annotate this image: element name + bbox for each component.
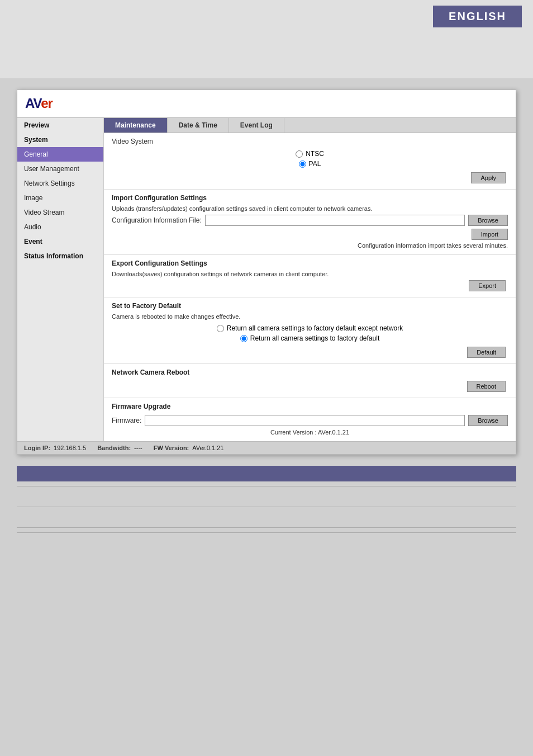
video-system-radios: NTSC PAL	[112, 149, 508, 169]
fw-version-value: AVer.0.1.21	[192, 445, 223, 451]
factory-option2[interactable]: Return all camera settings to factory de…	[240, 334, 379, 342]
reboot-section-title: Network Camera Reboot	[112, 368, 508, 376]
sidebar-item-image[interactable]: Image	[17, 191, 103, 205]
sidebar-item-video-stream[interactable]: Video Stream	[17, 205, 103, 220]
export-section-title: Export Configuration Settings	[112, 259, 508, 267]
import-section: Import Configuration Settings Uploads (t…	[104, 190, 516, 255]
sidebar-item-event[interactable]: Event	[17, 234, 103, 249]
firmware-file-row: Firmware: Browse	[112, 415, 508, 426]
apply-button[interactable]: Apply	[471, 172, 506, 183]
ntsc-label: NTSC	[306, 150, 324, 158]
divider-2	[17, 507, 516, 507]
factory-description: Camera is rebooted to make changes effec…	[112, 313, 508, 320]
browse-button[interactable]: Browse	[468, 215, 508, 226]
fw-version-label: FW Version:	[154, 445, 189, 451]
sidebar: Preview System General User Management N…	[17, 118, 104, 441]
ntsc-option[interactable]: NTSC	[296, 150, 324, 158]
firmware-section: Firmware Upgrade Firmware: Browse Curren…	[104, 398, 516, 441]
ntsc-radio[interactable]	[296, 150, 303, 158]
status-bar: Login IP: 192.168.1.5 Bandwidth: ---- FW…	[17, 441, 516, 454]
sidebar-item-network-settings[interactable]: Network Settings	[17, 176, 103, 191]
login-ip-item: Login IP: 192.168.1.5	[24, 445, 86, 451]
divider-3	[17, 527, 516, 528]
logo-bar: AVer	[17, 90, 516, 118]
bandwidth-item: Bandwidth: ----	[97, 445, 142, 451]
login-ip-label: Login IP:	[24, 445, 50, 451]
factory-radio-2[interactable]	[240, 335, 248, 342]
factory-option1-label: Return all camera settings to factory de…	[227, 324, 403, 332]
firmware-label: Firmware:	[112, 417, 141, 424]
sidebar-item-general[interactable]: General	[17, 147, 103, 162]
language-badge: ENGLISH	[433, 6, 522, 27]
divider-4	[17, 532, 516, 533]
sidebar-item-preview[interactable]: Preview	[17, 118, 103, 133]
sidebar-item-user-management[interactable]: User Management	[17, 162, 103, 176]
app-logo: AVer	[25, 96, 53, 111]
export-section: Export Configuration Settings Downloads(…	[104, 255, 516, 297]
firmware-file-input[interactable]	[145, 415, 465, 426]
bandwidth-value: ----	[134, 445, 142, 451]
pal-radio[interactable]	[299, 160, 306, 168]
import-button[interactable]: Import	[472, 229, 508, 240]
factory-option2-label: Return all camera settings to factory de…	[250, 334, 379, 342]
sidebar-item-system[interactable]: System	[17, 133, 103, 147]
import-note: Configuration information import takes s…	[112, 242, 508, 249]
import-file-row: Configuration Information File: Browse	[112, 215, 508, 226]
import-section-title: Import Configuration Settings	[112, 194, 508, 202]
sidebar-item-status-information[interactable]: Status Information	[17, 249, 103, 263]
tab-bar: Maintenance Date & Time Event Log	[104, 118, 516, 133]
factory-option1[interactable]: Return all camera settings to factory de…	[217, 324, 403, 332]
content-area: Maintenance Date & Time Event Log Video …	[104, 118, 516, 441]
config-file-label: Configuration Information File:	[112, 216, 202, 224]
tab-maintenance[interactable]: Maintenance	[104, 118, 168, 133]
factory-section: Set to Factory Default Camera is reboote…	[104, 297, 516, 364]
tab-date-time[interactable]: Date & Time	[168, 118, 229, 133]
tab-event-log[interactable]: Event Log	[229, 118, 284, 133]
video-system-section: Video System NTSC PAL Apply	[104, 133, 516, 190]
reboot-section: Network Camera Reboot Reboot	[104, 364, 516, 398]
export-description: Downloads(saves) configuration settings …	[112, 271, 508, 277]
firmware-browse-button[interactable]: Browse	[468, 415, 508, 426]
factory-section-title: Set to Factory Default	[112, 302, 508, 310]
divider-1	[17, 486, 516, 486]
fw-version-item: FW Version: AVer.0.1.21	[154, 445, 224, 451]
factory-radio-1[interactable]	[217, 325, 224, 332]
export-button[interactable]: Export	[469, 280, 506, 291]
pal-label: PAL	[309, 160, 321, 168]
video-system-title: Video System	[112, 138, 508, 145]
bottom-bar	[17, 466, 516, 481]
reboot-button[interactable]: Reboot	[467, 381, 506, 392]
default-button[interactable]: Default	[467, 347, 506, 358]
bandwidth-label: Bandwidth:	[97, 445, 131, 451]
login-ip-value: 192.168.1.5	[54, 445, 86, 451]
sidebar-item-audio[interactable]: Audio	[17, 220, 103, 234]
current-version: Current Version : AVer.0.1.21	[112, 429, 508, 436]
import-description: Uploads (transfers/updates) configuratio…	[112, 205, 508, 212]
pal-option[interactable]: PAL	[299, 160, 321, 168]
factory-radios: Return all camera settings to factory de…	[112, 323, 508, 343]
firmware-section-title: Firmware Upgrade	[112, 403, 508, 410]
config-file-input[interactable]	[205, 215, 465, 226]
